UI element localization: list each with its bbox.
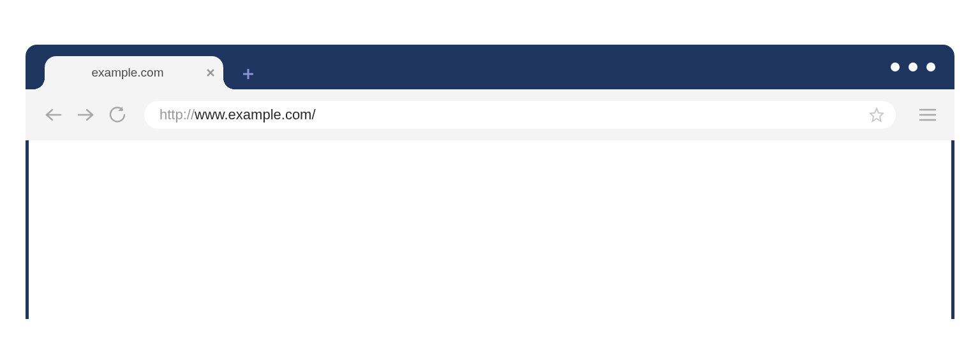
tab-strip: example.com <box>26 45 954 89</box>
back-button[interactable] <box>43 105 64 125</box>
arrow-right-icon <box>77 108 94 122</box>
address-bar[interactable]: http:// www.example.com/ <box>144 101 896 129</box>
svg-marker-6 <box>870 108 883 121</box>
browser-tab[interactable]: example.com <box>45 56 223 89</box>
url-text: www.example.com/ <box>195 107 316 123</box>
window-close-button[interactable] <box>926 63 935 71</box>
menu-button[interactable] <box>919 108 937 122</box>
browser-window: example.com <box>26 45 954 319</box>
reload-button[interactable] <box>107 105 128 125</box>
close-icon <box>207 69 214 77</box>
hamburger-icon <box>919 108 937 122</box>
close-tab-button[interactable] <box>207 69 214 77</box>
new-tab-button[interactable] <box>242 68 254 80</box>
plus-icon <box>242 68 254 80</box>
bookmark-button[interactable] <box>869 107 884 123</box>
tab-title: example.com <box>92 66 164 80</box>
window-controls <box>891 63 935 71</box>
window-minimize-button[interactable] <box>891 63 900 71</box>
page-content <box>26 140 954 319</box>
reload-icon <box>109 107 126 123</box>
star-icon <box>869 107 884 123</box>
toolbar: http:// www.example.com/ <box>26 89 954 140</box>
arrow-left-icon <box>45 108 63 122</box>
forward-button[interactable] <box>75 105 96 125</box>
window-maximize-button[interactable] <box>909 63 917 71</box>
url-protocol: http:// <box>160 107 195 123</box>
